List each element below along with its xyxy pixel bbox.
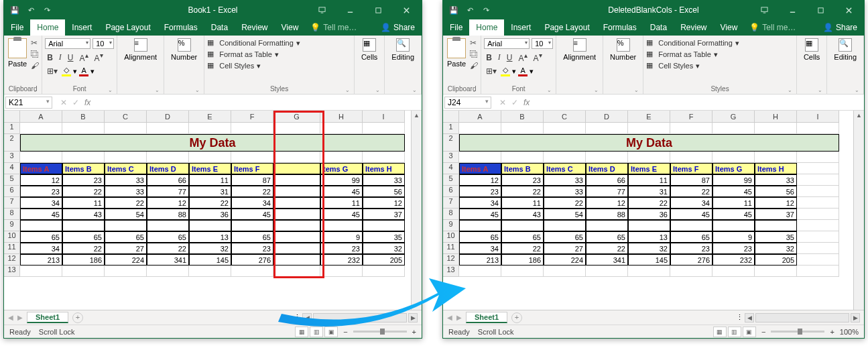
zoom-out-button[interactable]: −	[761, 328, 765, 336]
row-header[interactable]: 11	[443, 243, 459, 254]
cell[interactable]	[797, 266, 839, 277]
data-cell[interactable]: 33	[105, 174, 147, 186]
cell[interactable]	[273, 123, 320, 134]
cell[interactable]	[712, 123, 755, 134]
data-cell[interactable]: 66	[586, 174, 628, 186]
row-header[interactable]: 9	[4, 220, 20, 231]
data-cell[interactable]: 341	[147, 254, 189, 266]
header-cell[interactable]: Items D	[147, 163, 189, 174]
tab-view[interactable]: View	[275, 19, 306, 36]
data-cell[interactable]: 66	[147, 174, 189, 186]
cell[interactable]	[797, 163, 839, 174]
data-cell[interactable]	[273, 243, 320, 254]
data-cell[interactable]: 32	[628, 243, 670, 254]
cells-area[interactable]: My DataItems AItems BItems CItems DItems…	[459, 123, 864, 310]
cell[interactable]	[797, 209, 839, 220]
cell[interactable]	[320, 152, 363, 163]
data-cell[interactable]: 9	[712, 231, 755, 243]
undo-icon[interactable]: ↶	[25, 5, 36, 15]
cell[interactable]	[544, 152, 586, 163]
data-cell[interactable]: 34	[20, 243, 62, 254]
cancel-icon[interactable]: ✕	[499, 98, 506, 107]
data-cell[interactable]: 56	[755, 186, 797, 197]
data-cell[interactable]	[501, 220, 544, 231]
header-cell[interactable]: Items A	[20, 163, 62, 174]
cell[interactable]	[189, 123, 231, 134]
title-cell[interactable]: My Data	[20, 134, 405, 152]
data-cell[interactable]: 23	[20, 186, 62, 197]
data-cell[interactable]: 12	[20, 174, 62, 186]
data-cell[interactable]: 65	[459, 231, 501, 243]
data-cell[interactable]: 32	[363, 243, 405, 254]
row-header[interactable]: 2	[443, 134, 459, 152]
data-cell[interactable]: 186	[62, 254, 105, 266]
data-cell[interactable]: 145	[189, 254, 231, 266]
row-header[interactable]: 1	[443, 123, 459, 134]
add-sheet-button[interactable]: +	[511, 312, 522, 323]
data-cell[interactable]: 13	[628, 231, 670, 243]
data-cell[interactable]: 35	[363, 231, 405, 243]
cell[interactable]	[320, 123, 363, 134]
cell[interactable]	[797, 152, 839, 163]
row-header[interactable]: 5	[4, 174, 20, 186]
data-cell[interactable]: 33	[544, 174, 586, 186]
alignment-button[interactable]: ≡Alignment	[120, 37, 161, 62]
cell[interactable]	[62, 152, 105, 163]
minimize-icon[interactable]	[337, 3, 363, 17]
ribbon-options-icon[interactable]	[309, 3, 334, 17]
maximize-icon[interactable]	[365, 3, 391, 17]
row-header[interactable]: 7	[4, 197, 20, 209]
data-cell[interactable]: 22	[670, 186, 712, 197]
row-header[interactable]: 10	[4, 231, 20, 243]
data-cell[interactable]	[147, 220, 189, 231]
data-cell[interactable]: 224	[105, 254, 147, 266]
data-cell[interactable]	[20, 220, 62, 231]
data-cell[interactable]: 65	[670, 231, 712, 243]
formula-input[interactable]	[97, 96, 422, 109]
data-cell[interactable]: 22	[62, 243, 105, 254]
data-cell[interactable]	[189, 220, 231, 231]
add-sheet-button[interactable]: +	[72, 312, 83, 323]
cell[interactable]	[670, 152, 712, 163]
column-header[interactable]: F	[670, 111, 712, 123]
cell[interactable]	[231, 152, 273, 163]
cut-icon[interactable]: ✂	[31, 38, 39, 48]
header-cell[interactable]: Items H	[363, 163, 405, 174]
data-cell[interactable]: 33	[363, 174, 405, 186]
font-size-select[interactable]: 10	[532, 38, 553, 49]
tell-me[interactable]: 💡 Tell me…	[305, 19, 362, 36]
cell[interactable]	[586, 152, 628, 163]
normal-view-button[interactable]: ▦	[713, 327, 727, 337]
column-header[interactable]: I	[797, 111, 839, 123]
data-cell[interactable]: 31	[628, 186, 670, 197]
data-cell[interactable]	[544, 220, 586, 231]
data-cell[interactable]: 45	[712, 209, 755, 220]
copy-icon[interactable]: ⿻	[31, 50, 39, 59]
tab-file[interactable]: File	[4, 19, 30, 36]
column-header[interactable]: E	[189, 111, 231, 123]
tab-review[interactable]: Review	[674, 19, 713, 36]
font-size-select[interactable]: 10	[92, 38, 114, 49]
tell-me[interactable]: 💡 Tell me…	[744, 19, 801, 36]
cell[interactable]	[544, 266, 586, 277]
cell[interactable]	[189, 152, 231, 163]
data-cell[interactable]: 205	[755, 254, 797, 266]
tab-formulas[interactable]: Formulas	[158, 19, 204, 36]
number-button[interactable]: %Number	[606, 37, 640, 62]
cell[interactable]	[62, 123, 105, 134]
formula-input[interactable]	[536, 96, 864, 109]
maximize-icon[interactable]	[808, 3, 833, 17]
data-cell[interactable]: 27	[105, 243, 147, 254]
tab-home[interactable]: Home	[30, 19, 65, 36]
row-header[interactable]: 3	[4, 152, 20, 163]
data-cell[interactable]: 13	[189, 231, 231, 243]
column-header[interactable]: H	[320, 111, 363, 123]
zoom-in-button[interactable]: +	[830, 328, 834, 336]
data-cell[interactable]: 32	[189, 243, 231, 254]
data-cell[interactable]: 65	[147, 231, 189, 243]
row-header[interactable]: 6	[443, 186, 459, 197]
header-cell[interactable]	[273, 163, 320, 174]
data-cell[interactable]: 65	[62, 231, 105, 243]
data-cell[interactable]: 87	[670, 174, 712, 186]
conditional-formatting-button[interactable]: ▦Conditional Formatting▾	[207, 38, 300, 48]
